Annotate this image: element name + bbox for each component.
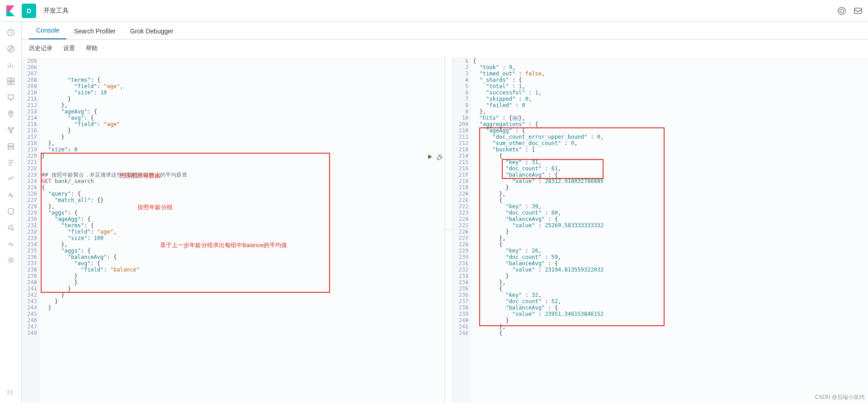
nav-uptime-icon[interactable] [4, 188, 18, 202]
run-request-icon[interactable] [427, 154, 433, 160]
nav-monitoring-icon[interactable] [4, 237, 18, 251]
subnav-settings[interactable]: 设置 [63, 44, 75, 52]
nav-recent-icon[interactable] [4, 25, 18, 40]
nav-ml-icon[interactable] [4, 123, 18, 137]
watermark: CSDN @后端小菜鸡 [815, 394, 864, 401]
svg-rect-8 [11, 82, 14, 84]
app-root: D 开发工具 Console [0, 0, 868, 403]
newsfeed-icon[interactable] [854, 6, 863, 15]
drag-handle-icon: ⋮ [446, 227, 452, 233]
tab-grok-debugger[interactable]: Grok Debugger [123, 23, 181, 39]
response-gutter: 1▸234▸56789▴10▸209▸210▸211212213▸214▸215… [453, 57, 471, 403]
svg-rect-2 [854, 8, 862, 14]
tab-console[interactable]: Console [29, 22, 66, 39]
request-gutter: 205▸206207208▴209▴210▸211▸212213▴214▴215… [22, 57, 40, 403]
nav-visualize-icon[interactable] [4, 58, 18, 72]
svg-rect-7 [8, 82, 10, 84]
tab-search-profiler[interactable]: Search Profiler [66, 23, 123, 39]
svg-rect-9 [8, 95, 14, 99]
nav-siem-icon[interactable] [4, 204, 18, 219]
nav-devtools-icon[interactable] [4, 220, 18, 235]
subnav: 历史记录 设置 帮助 [22, 40, 868, 57]
space-badge[interactable]: D [22, 4, 36, 18]
request-panel[interactable]: 205▸206207208▴209▴210▸211▸212213▴214▴215… [22, 57, 445, 403]
editor-panels: 205▸206207208▴209▴210▸211▸212213▴214▴215… [22, 57, 868, 403]
subnav-help[interactable]: 帮助 [86, 44, 98, 52]
nav-logs-icon[interactable] [4, 155, 18, 170]
svg-point-1 [840, 9, 844, 13]
main: Console Search Profiler Grok Debugger 历史… [0, 22, 868, 403]
nav-apm-icon[interactable] [4, 172, 18, 186]
svg-rect-5 [8, 78, 10, 81]
response-viewer[interactable]: { "took" : 9, "timed_out" : false, "_sha… [471, 57, 868, 403]
nav-collapse-icon[interactable] [4, 385, 18, 399]
svg-point-16 [9, 259, 12, 262]
subnav-history[interactable]: 历史记录 [29, 44, 52, 52]
request-editor[interactable]: "terms": { "field": "age", "size": 10 } … [40, 57, 445, 403]
nav-dashboard-icon[interactable] [4, 74, 18, 89]
nav-discover-icon[interactable] [4, 42, 18, 56]
svg-point-0 [838, 7, 845, 14]
svg-rect-6 [11, 78, 14, 81]
topbar: D 开发工具 [0, 0, 868, 22]
nav-maps-icon[interactable] [4, 107, 18, 121]
nav-canvas-icon[interactable] [4, 90, 18, 105]
kibana-logo-icon[interactable] [5, 5, 16, 16]
sidenav [0, 22, 22, 403]
response-panel[interactable]: 1▸234▸56789▴10▸209▸210▸211212213▸214▸215… [453, 57, 868, 403]
svg-rect-15 [8, 147, 14, 149]
nav-management-icon[interactable] [4, 253, 18, 267]
wrench-icon[interactable] [436, 154, 442, 160]
svg-rect-14 [8, 144, 14, 146]
panel-divider[interactable]: ⋮ [445, 57, 453, 403]
svg-point-10 [10, 112, 12, 114]
tabs: Console Search Profiler Grok Debugger [22, 22, 868, 40]
help-icon[interactable] [837, 6, 846, 15]
content: Console Search Profiler Grok Debugger 历史… [22, 22, 868, 403]
nav-infra-icon[interactable] [4, 139, 18, 154]
svg-point-13 [10, 131, 12, 133]
breadcrumb: 开发工具 [43, 7, 837, 15]
